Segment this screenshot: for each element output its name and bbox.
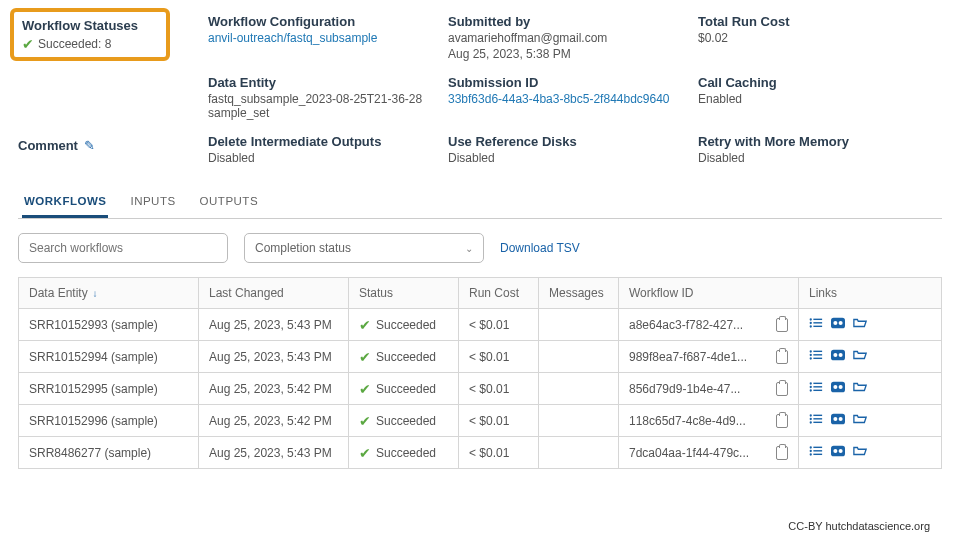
cell-entity: SRR10152993 (sample) — [19, 309, 199, 341]
folder-icon[interactable] — [853, 349, 867, 364]
cell-cost: < $0.01 — [459, 373, 539, 405]
clipboard-icon[interactable] — [776, 382, 788, 396]
cell-links — [799, 309, 942, 341]
table-row: SRR10152996 (sample)Aug 25, 2023, 5:42 P… — [19, 405, 942, 437]
table-row: SRR10152993 (sample)Aug 25, 2023, 5:43 P… — [19, 309, 942, 341]
config-link[interactable]: anvil-outreach/fastq_subsample — [208, 31, 438, 45]
svg-point-0 — [810, 318, 812, 320]
cell-cost: < $0.01 — [459, 341, 539, 373]
dashboard-icon[interactable] — [831, 349, 845, 364]
cell-cost: < $0.01 — [459, 437, 539, 469]
svg-rect-23 — [813, 390, 822, 391]
svg-rect-12 — [813, 354, 822, 355]
th-wfid[interactable]: Workflow ID — [619, 278, 799, 309]
th-last[interactable]: Last Changed — [199, 278, 349, 309]
folder-icon[interactable] — [853, 317, 867, 332]
retry-label: Retry with More Memory — [698, 134, 942, 149]
svg-point-29 — [810, 418, 812, 420]
clipboard-icon[interactable] — [776, 414, 788, 428]
completion-status-label: Completion status — [255, 241, 351, 255]
svg-point-9 — [810, 350, 812, 352]
svg-rect-1 — [813, 319, 822, 320]
svg-rect-33 — [831, 414, 845, 425]
table-row: SRR10152995 (sample)Aug 25, 2023, 5:42 P… — [19, 373, 942, 405]
cell-links — [799, 405, 942, 437]
svg-rect-37 — [813, 447, 822, 448]
cell-entity: SRR10152995 (sample) — [19, 373, 199, 405]
svg-point-17 — [839, 353, 843, 357]
comment-label: Comment — [18, 138, 78, 153]
dashboard-icon[interactable] — [831, 413, 845, 428]
cell-entity: SRR8486277 (sample) — [19, 437, 199, 469]
entity-value: fastq_subsample_2023-08-25T21-36-28 samp… — [208, 92, 438, 120]
tab-outputs[interactable]: OUTPUTS — [198, 187, 260, 218]
caching-value: Enabled — [698, 92, 942, 106]
cell-status: ✔Succeeded — [349, 341, 459, 373]
clipboard-icon[interactable] — [776, 446, 788, 460]
tab-workflows[interactable]: WORKFLOWS — [22, 187, 108, 218]
cell-messages — [539, 309, 619, 341]
svg-point-8 — [839, 321, 843, 325]
list-icon[interactable] — [809, 381, 823, 396]
table-row: SRR10152994 (sample)Aug 25, 2023, 5:43 P… — [19, 341, 942, 373]
svg-rect-15 — [831, 350, 845, 361]
cell-links — [799, 341, 942, 373]
svg-point-27 — [810, 414, 812, 416]
svg-rect-19 — [813, 383, 822, 384]
cell-status: ✔Succeeded — [349, 405, 459, 437]
submitted-by-time: Aug 25, 2023, 5:38 PM — [448, 47, 688, 61]
cell-messages — [539, 341, 619, 373]
folder-icon[interactable] — [853, 381, 867, 396]
cell-wfid: 856d79d9-1b4e-47... — [619, 373, 799, 405]
svg-point-34 — [833, 417, 837, 421]
th-links[interactable]: Links — [799, 278, 942, 309]
cell-status: ✔Succeeded — [349, 373, 459, 405]
svg-point-31 — [810, 421, 812, 423]
th-entity[interactable]: Data Entity ↓ — [19, 278, 199, 309]
tab-inputs[interactable]: INPUTS — [128, 187, 177, 218]
svg-point-13 — [810, 357, 812, 359]
svg-rect-28 — [813, 415, 822, 416]
clipboard-icon[interactable] — [776, 318, 788, 332]
cell-cost: < $0.01 — [459, 405, 539, 437]
subid-label: Submission ID — [448, 75, 688, 90]
list-icon[interactable] — [809, 317, 823, 332]
cell-last: Aug 25, 2023, 5:43 PM — [199, 341, 349, 373]
list-icon[interactable] — [809, 413, 823, 428]
pencil-icon[interactable]: ✎ — [84, 138, 95, 153]
th-messages[interactable]: Messages — [539, 278, 619, 309]
svg-rect-32 — [813, 422, 822, 423]
clipboard-icon[interactable] — [776, 350, 788, 364]
subid-link[interactable]: 33bf63d6-44a3-4ba3-8bc5-2f844bdc9640 — [448, 92, 688, 106]
download-tsv-link[interactable]: Download TSV — [500, 241, 580, 255]
delete-label: Delete Intermediate Outputs — [208, 134, 438, 149]
check-icon: ✔ — [359, 350, 371, 364]
cell-messages — [539, 405, 619, 437]
svg-rect-42 — [831, 446, 845, 457]
th-status[interactable]: Status — [349, 278, 459, 309]
cell-wfid: 989f8ea7-f687-4de1... — [619, 341, 799, 373]
svg-point-26 — [839, 385, 843, 389]
folder-icon[interactable] — [853, 445, 867, 460]
check-icon: ✔ — [359, 318, 371, 332]
sort-arrow-icon: ↓ — [90, 288, 98, 299]
check-icon: ✔ — [359, 414, 371, 428]
delete-value: Disabled — [208, 151, 438, 165]
completion-status-select[interactable]: Completion status ⌄ — [244, 233, 484, 263]
cost-label: Total Run Cost — [698, 14, 942, 29]
refdisk-label: Use Reference Disks — [448, 134, 688, 149]
workflow-statuses-box: Workflow Statuses ✔ Succeeded: 8 — [10, 8, 170, 61]
list-icon[interactable] — [809, 445, 823, 460]
th-cost[interactable]: Run Cost — [459, 278, 539, 309]
search-input[interactable] — [18, 233, 228, 263]
svg-rect-3 — [813, 322, 822, 323]
folder-icon[interactable] — [853, 413, 867, 428]
dashboard-icon[interactable] — [831, 317, 845, 332]
dashboard-icon[interactable] — [831, 381, 845, 396]
check-icon: ✔ — [359, 446, 371, 460]
dashboard-icon[interactable] — [831, 445, 845, 460]
cell-wfid: a8e64ac3-f782-427... — [619, 309, 799, 341]
list-icon[interactable] — [809, 349, 823, 364]
svg-point-16 — [833, 353, 837, 357]
config-label: Workflow Configuration — [208, 14, 438, 29]
